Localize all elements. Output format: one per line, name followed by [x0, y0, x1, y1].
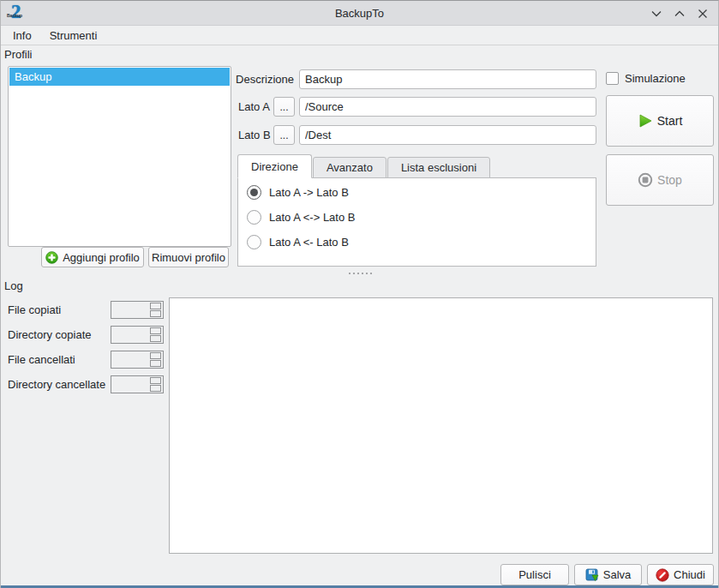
app-window: 2 Backup BackupTo Info Strumenti Profili… — [0, 0, 719, 588]
splitter-handle[interactable] — [1, 270, 719, 276]
plus-icon — [45, 251, 58, 264]
profile-list[interactable]: Backup — [8, 66, 231, 247]
clean-button[interactable]: Pulisci — [500, 564, 569, 585]
dirs-deleted-spinbox[interactable] — [111, 375, 164, 393]
radio-icon[interactable] — [247, 210, 261, 225]
close-icon[interactable] — [696, 7, 710, 21]
profiles-section-label: Profili — [4, 48, 33, 61]
simulation-checkbox[interactable] — [606, 72, 619, 85]
files-copied-label: File copiati — [8, 303, 111, 316]
radio-a-to-b[interactable]: Lato A -> Lato B — [247, 183, 349, 201]
files-deleted-row: File cancellati — [8, 351, 164, 369]
files-deleted-label: File cancellati — [8, 353, 111, 366]
cancel-icon — [656, 568, 669, 582]
log-section-label: Log — [4, 279, 23, 292]
radio-icon[interactable] — [247, 235, 261, 249]
add-profile-label: Aggiungi profilo — [63, 251, 140, 264]
side-b-label: Lato B — [238, 125, 271, 145]
start-button[interactable]: Start — [606, 95, 714, 147]
direction-tab-panel: Lato A -> Lato B Lato A <-> Lato B Lato … — [237, 177, 596, 267]
radio-a-both-b[interactable]: Lato A <-> Lato B — [247, 208, 355, 225]
radio-a-to-b-label: Lato A -> Lato B — [269, 186, 349, 199]
description-input[interactable] — [299, 69, 596, 89]
save-button[interactable]: Salva — [574, 564, 642, 585]
window-title: BackupTo — [1, 1, 718, 26]
dirs-deleted-label: Directory cancellate — [8, 378, 111, 391]
stop-label: Stop — [657, 173, 682, 187]
window-controls — [650, 1, 710, 26]
radio-a-from-b[interactable]: Lato A <- Lato B — [247, 233, 349, 250]
menu-item-info[interactable]: Info — [10, 28, 34, 43]
tab-direzione[interactable]: Direzione — [237, 154, 312, 178]
spin-buttons[interactable] — [150, 377, 161, 392]
radio-a-from-b-label: Lato A <- Lato B — [269, 236, 349, 249]
start-label: Start — [657, 114, 683, 128]
tab-avanzato[interactable]: Avanzato — [313, 157, 386, 178]
side-a-label: Lato A — [238, 97, 270, 117]
stop-icon — [638, 172, 653, 188]
spin-buttons[interactable] — [150, 303, 161, 317]
tabbar: Direzione Avanzato Lista esclusioni — [237, 154, 491, 178]
files-deleted-spinbox[interactable] — [111, 351, 164, 369]
dirs-deleted-row: Directory cancellate — [8, 375, 164, 393]
remove-profile-button[interactable]: Rimuovi profilo — [148, 247, 229, 267]
log-output-view[interactable] — [169, 297, 713, 554]
side-b-input[interactable] — [299, 125, 596, 145]
menu-item-strumenti[interactable]: Strumenti — [47, 28, 100, 43]
list-item[interactable]: Backup — [9, 68, 230, 86]
tab-lista-esclusioni[interactable]: Lista esclusioni — [387, 157, 490, 178]
simulation-checkbox-row[interactable]: Simulazione — [606, 71, 686, 86]
play-icon — [638, 113, 653, 129]
close-button[interactable]: Chiudi — [647, 564, 714, 585]
browse-side-b-button[interactable]: ... — [273, 125, 295, 145]
dirs-copied-label: Directory copiate — [8, 328, 111, 341]
description-label: Descrizione — [232, 69, 294, 89]
maximize-icon[interactable] — [673, 7, 686, 21]
minimize-icon[interactable] — [650, 7, 663, 21]
dirs-copied-spinbox[interactable] — [111, 326, 164, 344]
close-label: Chiudi — [674, 568, 705, 581]
stop-button[interactable]: Stop — [606, 154, 714, 206]
titlebar[interactable]: 2 Backup BackupTo — [1, 1, 718, 26]
files-copied-row: File copiati — [8, 301, 164, 319]
menubar: Info Strumenti — [1, 27, 718, 45]
spin-buttons[interactable] — [150, 352, 161, 367]
remove-profile-label: Rimuovi profilo — [152, 251, 225, 264]
clean-label: Pulisci — [518, 568, 551, 581]
side-a-input[interactable] — [299, 97, 596, 117]
simulation-label: Simulazione — [625, 72, 686, 85]
spin-buttons[interactable] — [150, 327, 161, 342]
files-copied-spinbox[interactable] — [111, 301, 164, 319]
radio-a-both-b-label: Lato A <-> Lato B — [269, 211, 355, 224]
radio-icon[interactable] — [247, 185, 261, 200]
add-profile-button[interactable]: Aggiungi profilo — [41, 247, 144, 267]
browse-side-a-button[interactable]: ... — [273, 97, 295, 117]
dirs-copied-row: Directory copiate — [8, 326, 164, 344]
save-icon — [585, 568, 599, 582]
save-label: Salva — [603, 568, 632, 581]
